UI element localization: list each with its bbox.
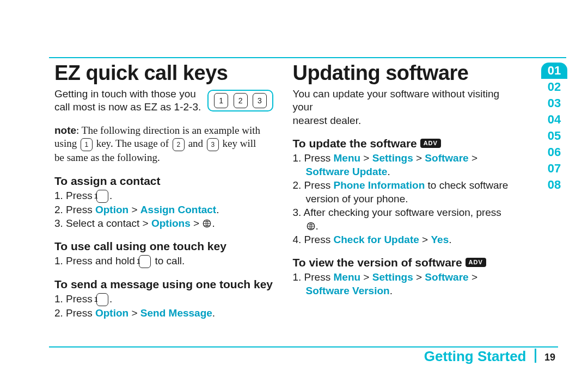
adv-badge-icon: ADV xyxy=(420,139,441,148)
update-sw-steps: 1. Press Menu > Settings > Software > So… xyxy=(293,151,515,247)
assign-s2-assign-contact: Assign Contact xyxy=(140,204,216,215)
subheading-send-message: To send a message using one touch key xyxy=(54,278,277,291)
right-column: Updating software You can update your so… xyxy=(293,63,515,353)
updating-intro: You can update your software without vis… xyxy=(293,88,515,127)
upd-s2-phone-info: Phone Information xyxy=(333,179,425,191)
page-body: EZ quick call keys Getting in touch with… xyxy=(54,63,514,353)
vv-s1e: > xyxy=(413,271,425,283)
upd-s1i: . xyxy=(387,166,390,177)
sidenav-item-08[interactable]: 08 xyxy=(541,177,567,193)
vv-s1-software: Software xyxy=(425,271,468,283)
assign-s2a: 2. Press xyxy=(54,204,95,215)
footer-divider xyxy=(49,346,558,347)
key-2-small-icon: 2 xyxy=(173,138,185,151)
subheading-use-call: To use call using one touch key xyxy=(54,240,277,253)
sendmsg-s2c: > xyxy=(128,307,140,319)
usecall-s1b: to call. xyxy=(152,255,185,266)
upd-s1-software-update: Software Update xyxy=(306,166,388,177)
upd-s4c: > xyxy=(419,234,431,245)
upd-s3a: 3. After checking your software version,… xyxy=(293,207,501,218)
key-1-small-icon: 1 xyxy=(81,138,93,151)
vv-s1c: > xyxy=(360,271,372,283)
upd-s1e: > xyxy=(413,152,425,164)
footer-bar-icon xyxy=(535,349,536,363)
intro-line-1: Getting in touch with those you xyxy=(54,88,196,100)
sidenav-item-07[interactable]: 07 xyxy=(541,160,567,177)
note-line-2d: key will xyxy=(220,138,256,149)
vv-s1-software-version: Software Version xyxy=(306,285,390,296)
upd-s1g: > xyxy=(469,152,477,164)
note-line-1: : The following direction is an example … xyxy=(76,125,260,136)
sidenav-item-02[interactable]: 02 xyxy=(541,79,567,95)
assign-steps: 1. Press 1. 2. Press Option > Assign Con… xyxy=(54,189,277,230)
globe-icon xyxy=(202,219,212,228)
sendmsg-s1b: . xyxy=(109,293,112,305)
note-line-2c: and xyxy=(186,138,206,149)
upd-s1-menu: Menu xyxy=(333,152,360,164)
note-block: note: The following direction is an exam… xyxy=(54,124,277,165)
update-intro-l1: You can update your software without vis… xyxy=(293,88,500,113)
left-column: EZ quick call keys Getting in touch with… xyxy=(54,63,277,353)
sidenav-item-04[interactable]: 04 xyxy=(541,111,567,128)
globe-icon-2 xyxy=(306,221,316,231)
sendmsg-s2-option: Option xyxy=(95,307,128,319)
sidenav-item-01[interactable]: 01 xyxy=(541,63,567,79)
assign-s1b: . xyxy=(109,190,112,201)
subheading-view-version: To view the version of software ADV xyxy=(293,256,515,269)
upd-s1-software: Software xyxy=(425,152,468,164)
key-1-inline3-icon: 1 xyxy=(96,293,108,306)
upd-s1a: 1. Press xyxy=(293,152,334,164)
vv-s1-settings: Settings xyxy=(372,271,413,283)
upd-s4e: . xyxy=(449,234,451,245)
chapter-sidenav: 01 02 03 04 05 06 07 08 xyxy=(541,63,567,193)
assign-s2c: > xyxy=(128,204,140,215)
assign-s1a: 1. Press xyxy=(54,190,95,201)
upd-s3b: . xyxy=(316,220,318,232)
sendmsg-s2e: . xyxy=(212,307,215,319)
key-1-icon: 1 xyxy=(214,93,228,108)
sidenav-item-03[interactable]: 03 xyxy=(541,95,567,111)
assign-s2e: . xyxy=(216,204,219,215)
sidenav-item-05[interactable]: 05 xyxy=(541,128,567,144)
upd-s1c: > xyxy=(360,152,372,164)
note-line-2b: key. The usage of xyxy=(94,138,171,149)
key-2-icon: 2 xyxy=(234,93,248,108)
note-label: note xyxy=(54,125,76,136)
vv-s1g: > xyxy=(469,271,477,283)
sendmsg-s1a: 1. Press xyxy=(54,293,95,305)
key-3-small-icon: 3 xyxy=(207,138,219,151)
update-sw-title: To update the software xyxy=(293,137,420,150)
intro-row: Getting in touch with those you call mos… xyxy=(54,88,277,114)
upd-s1-settings: Settings xyxy=(372,152,413,164)
vv-s1a: 1. Press xyxy=(293,271,334,283)
top-divider xyxy=(49,57,566,58)
vv-s1i: . xyxy=(390,285,393,296)
view-version-steps: 1. Press Menu > Settings > Software > So… xyxy=(293,270,515,297)
sendmsg-s2-send-message: Send Message xyxy=(140,307,212,319)
assign-s3c: > xyxy=(191,218,203,229)
assign-s3d: . xyxy=(212,218,215,229)
vv-s1-menu: Menu xyxy=(333,271,360,283)
page-footer: Getting Started 19 xyxy=(424,348,555,365)
assign-s3a: 3. Select a contact > xyxy=(54,218,151,229)
upd-s2d: version of your phone. xyxy=(306,193,408,204)
footer-page-number: 19 xyxy=(544,352,555,363)
key-3-icon: 3 xyxy=(253,93,267,108)
update-intro-l2: nearest dealer. xyxy=(293,115,362,126)
key-1-inline2-icon: 1 xyxy=(139,255,151,268)
note-line-2a: using xyxy=(54,138,79,149)
assign-s2-option: Option xyxy=(95,204,128,215)
key-1-inline-icon: 1 xyxy=(96,190,108,203)
use-call-steps: 1. Press and hold 1 to call. xyxy=(54,254,277,268)
view-version-title: To view the version of software xyxy=(293,256,465,269)
assign-s3-options: Options xyxy=(151,218,191,229)
upd-s2a: 2. Press xyxy=(293,179,334,191)
intro-line-2: call most is now as EZ as 1-2-3. xyxy=(54,101,201,113)
heading-updating-software: Updating software xyxy=(293,63,515,84)
key-badge-1-2-3: 1 2 3 xyxy=(207,90,273,111)
note-line-3: be same as the following. xyxy=(54,152,160,163)
subheading-assign-contact: To assign a contact xyxy=(54,175,277,188)
upd-s4a: 4. Press xyxy=(293,234,334,245)
heading-ez-quick-call-keys: EZ quick call keys xyxy=(54,63,277,84)
sidenav-item-06[interactable]: 06 xyxy=(541,144,567,160)
